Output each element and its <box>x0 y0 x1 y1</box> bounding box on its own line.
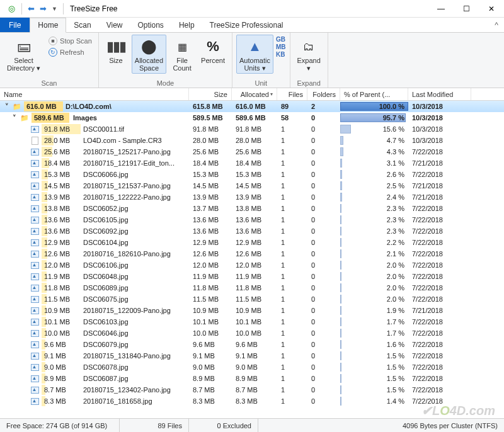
percent-cell: 2.2 % <box>340 237 408 247</box>
image-icon <box>30 272 39 281</box>
col-name[interactable]: Name <box>0 88 189 100</box>
mode-filecount-button[interactable]: ▦ File Count <box>169 35 195 74</box>
tree-row-file[interactable]: 18.4 MB 20180715_121917-Edit_ton... 18.4… <box>0 157 504 169</box>
node-name: DSC06066.jpg <box>83 171 129 178</box>
node-name: 20180715_121917-Edit_ton... <box>83 159 175 167</box>
unit-mb-button[interactable]: MB <box>276 43 286 51</box>
chevron-down-icon[interactable]: ˅ <box>4 103 10 111</box>
image-icon <box>30 170 39 179</box>
node-name: DSC00011.tif <box>83 125 124 133</box>
percent-cell: 1.5 % <box>340 362 408 372</box>
mode-size-button[interactable]: ▮▮▮ Size <box>103 35 129 66</box>
col-percent[interactable]: % of Parent (... <box>340 88 408 100</box>
image-icon <box>30 261 39 270</box>
tree-row-file[interactable]: 9.6 MB DSC06079.jpg 9.6 MB 9.6 MB 1 0 1.… <box>0 339 504 350</box>
col-files[interactable]: Files <box>277 88 307 100</box>
tree-row-file[interactable]: 11.9 MB DSC06048.jpg 11.9 MB 11.9 MB 1 0… <box>0 271 504 282</box>
node-name: 20180715_122222-Pano.jpg <box>83 193 171 201</box>
tree-row-file[interactable]: 12.9 MB DSC06104.jpg 12.9 MB 12.9 MB 1 0… <box>0 237 504 248</box>
chevron-down-icon[interactable]: ˅ <box>11 114 18 122</box>
minimize-button[interactable]: — <box>428 0 454 18</box>
ribbon-group-unit: ▲ Automatic Units ▾ GB MB KB Unit <box>232 33 290 88</box>
tab-file[interactable]: File <box>0 18 30 32</box>
close-button[interactable]: ✕ <box>479 0 504 18</box>
tree-row-file[interactable]: 15.3 MB DSC06066.jpg 15.3 MB 15.3 MB 1 0… <box>0 169 504 180</box>
back-icon[interactable]: ⬅ <box>26 3 37 14</box>
percent-cell: 2.4 % <box>340 192 408 202</box>
percent-cell: 2.0 % <box>340 294 408 304</box>
percent-cell: 4.3 % <box>340 147 408 157</box>
tree-row-file[interactable]: 12.6 MB 20180716_182610-Pano.jpg 12.6 MB… <box>0 248 504 259</box>
tree-row-file[interactable]: 25.6 MB 20180715_125217-Pano.jpg 25.6 MB… <box>0 146 504 157</box>
percent-cell: 1.5 % <box>340 385 408 395</box>
tree-row-file[interactable]: 8.9 MB DSC06087.jpg 8.9 MB 8.9 MB 1 0 1.… <box>0 373 504 384</box>
tree-row-file[interactable]: 13.6 MB DSC06092.jpg 13.6 MB 13.6 MB 1 0… <box>0 225 504 237</box>
tab-home[interactable]: Home <box>30 18 66 33</box>
expand-button[interactable]: 🗂 Expand▾ <box>294 35 324 74</box>
folder-icon: 📁 <box>20 113 29 122</box>
tree-row-root[interactable]: ˅ 📁 616.0 MB D:\LO4D.com\ 615.8 MB 616.0… <box>0 101 504 112</box>
expand-tree-icon: 🗂 <box>299 37 319 57</box>
unit-kb-button[interactable]: KB <box>276 51 286 59</box>
node-name: DSC06048.jpg <box>83 273 129 280</box>
tree-row-folder[interactable]: ˅ 📁 589.6 MB Images 589.5 MB 589.6 MB 58… <box>0 112 504 123</box>
forward-icon[interactable]: ➡ <box>38 3 49 14</box>
tree-row-file[interactable]: 8.7 MB 20180715_123402-Pano.jpg 8.7 MB 8… <box>0 384 504 395</box>
node-name: DSC06046.jpg <box>83 329 129 337</box>
tab-pro[interactable]: TreeSize Professional <box>202 18 291 32</box>
percent-cell: 2.3 % <box>340 203 408 213</box>
percent-cell: 1.4 % <box>340 396 408 406</box>
folder-icon: 📁 <box>13 102 21 111</box>
col-folders[interactable]: Folders <box>307 88 340 100</box>
tree-row-file[interactable]: 11.5 MB DSC06075.jpg 11.5 MB 11.5 MB 1 0… <box>0 293 504 305</box>
node-name: DSC06079.jpg <box>83 341 129 348</box>
image-icon <box>30 204 39 213</box>
file-tree-grid[interactable]: ˅ 📁 616.0 MB D:\LO4D.com\ 615.8 MB 616.0… <box>0 101 504 418</box>
grid-icon: ▦ <box>172 37 192 57</box>
triangle-icon: ▲ <box>244 37 265 57</box>
mode-allocated-button[interactable]: ⬤ Allocated Space <box>132 35 166 74</box>
tree-row-file[interactable]: 10.0 MB DSC06046.jpg 10.0 MB 10.0 MB 1 0… <box>0 327 504 339</box>
tree-row-file[interactable]: 91.8 MB DSC00011.tif 91.8 MB 91.8 MB 1 0… <box>0 123 504 135</box>
image-icon <box>30 397 39 406</box>
tree-row-file[interactable]: 28.0 MB LO4D.com - Sample.CR3 28.0 MB 28… <box>0 135 504 146</box>
tree-row-file[interactable]: 14.5 MB 20180715_121537-Pano.jpg 14.5 MB… <box>0 180 504 191</box>
tab-view[interactable]: View <box>99 18 130 32</box>
tree-row-file[interactable]: 9.1 MB 20180715_131840-Pano.jpg 9.1 MB 9… <box>0 350 504 361</box>
tab-options[interactable]: Options <box>130 18 171 32</box>
percent-cell: 2.3 % <box>340 226 408 236</box>
maximize-button[interactable]: ☐ <box>454 0 479 18</box>
node-name: 20180715_121537-Pano.jpg <box>83 182 171 190</box>
node-name: DSC06103.jpg <box>83 318 129 326</box>
tree-row-file[interactable]: 11.8 MB DSC06089.jpg 11.8 MB 11.8 MB 1 0… <box>0 282 504 293</box>
select-directory-button[interactable]: 🖴 Select Directory ▾ <box>4 35 43 74</box>
tab-help[interactable]: Help <box>171 18 202 32</box>
tree-row-file[interactable]: 13.8 MB DSC06052.jpg 13.7 MB 13.8 MB 1 0… <box>0 203 504 214</box>
mode-percent-button[interactable]: % Percent <box>198 35 228 66</box>
refresh-button[interactable]: ↻Refresh <box>46 47 94 57</box>
col-size[interactable]: Size <box>189 88 232 100</box>
disk-icon: ⬤ <box>139 37 159 57</box>
percent-cell: 2.0 % <box>340 271 408 281</box>
stop-scan-button[interactable]: ■Stop Scan <box>46 36 94 46</box>
unit-automatic-button[interactable]: ▲ Automatic Units ▾ <box>236 35 273 74</box>
image-icon <box>30 374 39 383</box>
percent-cell: 95.7 % <box>340 113 408 123</box>
node-name: 20180715_122009-Pano.jpg <box>83 307 171 314</box>
tree-row-file[interactable]: 10.9 MB 20180715_122009-Pano.jpg 10.9 MB… <box>0 305 504 316</box>
percent-cell: 1.9 % <box>340 305 408 315</box>
tree-row-file[interactable]: 10.1 MB DSC06103.jpg 10.1 MB 10.1 MB 1 0… <box>0 316 504 327</box>
tab-scan[interactable]: Scan <box>66 18 98 32</box>
tree-row-file[interactable]: 8.3 MB 20180716_181658.jpg 8.3 MB 8.3 MB… <box>0 395 504 407</box>
tree-row-file[interactable]: 9.0 MB DSC06078.jpg 9.0 MB 9.0 MB 1 0 1.… <box>0 361 504 373</box>
node-name: DSC06092.jpg <box>83 227 129 235</box>
col-modified[interactable]: Last Modified <box>408 88 471 100</box>
unit-gb-button[interactable]: GB <box>276 36 286 43</box>
tree-row-file[interactable]: 13.6 MB DSC06105.jpg 13.6 MB 13.6 MB 1 0… <box>0 214 504 225</box>
tree-row-file[interactable]: 13.9 MB 20180715_122222-Pano.jpg 13.9 MB… <box>0 191 504 203</box>
qat-dropdown-icon[interactable]: ▼ <box>50 4 59 13</box>
col-allocated[interactable]: Allocated▾ <box>232 88 277 100</box>
image-icon <box>30 329 39 338</box>
tree-row-file[interactable]: 12.0 MB DSC06106.jpg 12.0 MB 12.0 MB 1 0… <box>0 259 504 271</box>
collapse-ribbon-icon[interactable]: ^ <box>489 18 504 32</box>
